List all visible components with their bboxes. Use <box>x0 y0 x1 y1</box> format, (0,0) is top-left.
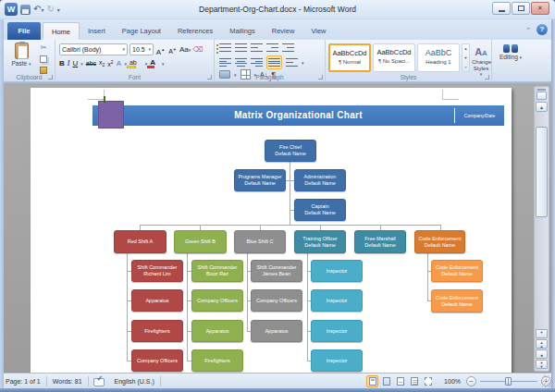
org-connector <box>290 162 290 226</box>
red-shift-a-box[interactable]: Red Shift A <box>114 230 166 253</box>
previous-page-button[interactable]: ▲▲ <box>536 339 548 349</box>
window-border-left <box>0 19 4 388</box>
programs-manager-box[interactable]: Programs ManagerDefault Name <box>234 169 286 191</box>
org-connector <box>140 225 441 226</box>
status-bar: Page: 1 of 1 Words: 81 English (U.S.) 10… <box>0 373 555 388</box>
inspector-3-box[interactable]: Inspector <box>311 320 363 342</box>
green-shift-b-box[interactable]: Green Shift B <box>174 230 227 253</box>
code-enforcement-1-box[interactable]: Code EnforcementDefault Name <box>431 260 483 282</box>
view-print-layout-button[interactable] <box>366 375 378 387</box>
shift-commander-red-box[interactable]: Shift CommanderRichard Lim <box>131 260 183 282</box>
administration-box[interactable]: AdministrationDefault Name <box>294 169 346 191</box>
company-officers-green-box[interactable]: Company Officers <box>191 289 243 312</box>
view-full-screen-button[interactable] <box>380 375 392 387</box>
apparatus-red-box[interactable]: Apparatus <box>131 289 183 312</box>
org-connector <box>247 253 248 332</box>
code-enforcement-2-box[interactable]: Code EnforcementDefault Name <box>431 289 483 312</box>
zoom-slider[interactable] <box>480 375 537 387</box>
fire-chief-box[interactable]: Fire ChiefDefault Name <box>265 140 316 162</box>
org-connector <box>427 253 428 301</box>
word-count[interactable]: Words: 81 <box>47 378 88 385</box>
page-indicator[interactable]: Page: 1 of 1 <box>0 378 46 385</box>
firefighters-green-box[interactable]: Firefighters <box>191 349 243 372</box>
inspector-4-box[interactable]: Inspector <box>311 349 363 372</box>
free-marshall-box[interactable]: Free MarshallDefault Name <box>354 230 406 253</box>
company-officers-gray-box[interactable]: Company Officers <box>251 289 302 312</box>
window-border-bottom <box>0 388 555 392</box>
language-indicator[interactable]: English (U.S.) <box>109 378 160 385</box>
view-ruler-button[interactable] <box>536 92 547 100</box>
word-window: W ↶▾ ↻ ▾ Department-Org-Chart.docx - Mic… <box>0 0 555 392</box>
org-chart: Fire ChiefDefault NamePrograms ManagerDe… <box>0 0 555 392</box>
shift-commander-green-box[interactable]: Shift CommanderBooz Raz <box>191 260 243 282</box>
view-outline-button[interactable] <box>408 375 420 387</box>
inspector-2-box[interactable]: Inspector <box>311 289 363 312</box>
select-browse-object-button[interactable]: ● <box>536 349 548 359</box>
org-connector <box>307 253 308 361</box>
scroll-down-button[interactable]: ▼ <box>536 329 548 338</box>
apparatus-green-box[interactable]: Apparatus <box>191 320 243 342</box>
window-border-right <box>551 19 555 388</box>
zoom-level[interactable]: 100% <box>444 378 461 385</box>
next-page-button[interactable]: ▼▼ <box>536 360 548 369</box>
blue-shift-c-box[interactable]: Blue Shift C <box>234 230 286 253</box>
zoom-out-button[interactable]: − <box>466 376 476 386</box>
split-handle[interactable] <box>537 89 546 91</box>
firefighters-red-box[interactable]: Firefighters <box>131 320 183 342</box>
org-connector <box>127 253 128 361</box>
code-enforcement-box[interactable]: Code EnforcementDefault Name <box>414 230 465 253</box>
apparatus-gray-box[interactable]: Apparatus <box>251 320 302 342</box>
view-draft-button[interactable] <box>422 375 434 387</box>
view-web-layout-button[interactable] <box>394 375 406 387</box>
captain-box[interactable]: CaptainDefault Name <box>294 199 346 221</box>
org-connector <box>187 253 188 361</box>
zoom-slider-thumb[interactable] <box>505 377 512 386</box>
inspector-1-box[interactable]: Inspector <box>311 260 363 282</box>
vertical-scrollbar[interactable]: ▲ ▼ ▲▲ ● ▼▼ <box>534 86 549 372</box>
scroll-thumb[interactable] <box>536 127 548 217</box>
training-officer-box[interactable]: Training OfficerDefault Name <box>294 230 346 253</box>
scroll-up-button[interactable]: ▲ <box>536 102 548 112</box>
company-officers-red-box[interactable]: Company Officers <box>131 349 183 372</box>
shift-commander-gray-box[interactable]: Shift CommanderJames Bean <box>251 260 302 282</box>
spell-check-icon[interactable] <box>93 376 105 386</box>
